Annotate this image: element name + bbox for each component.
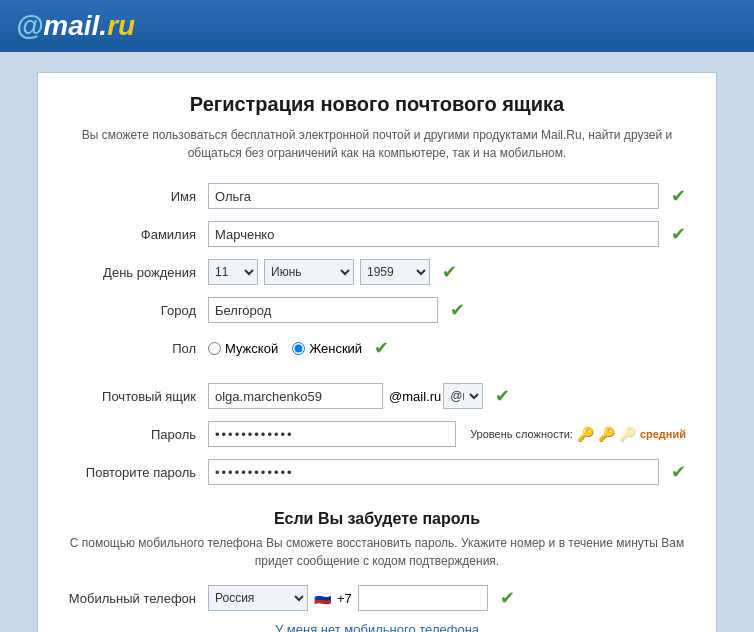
site-logo: @mail.ru	[16, 10, 135, 42]
birthday-month-select[interactable]: Январь Февраль Март Апрель Май Июнь Июль…	[264, 259, 354, 285]
strength-value: средний	[640, 428, 686, 440]
name-label: Имя	[68, 189, 208, 204]
gender-check-icon: ✔	[374, 337, 389, 359]
main-container: Регистрация нового почтового ящика Вы см…	[27, 52, 727, 632]
birthday-check-icon: ✔	[442, 261, 457, 283]
mailbox-row: Почтовый ящик @mail.ru @mail.ru ✔	[68, 382, 686, 410]
surname-field: ✔	[208, 221, 686, 247]
name-input[interactable]	[208, 183, 659, 209]
name-check-icon: ✔	[671, 185, 686, 207]
name-field: ✔	[208, 183, 686, 209]
gender-female-label[interactable]: Женский	[292, 341, 362, 356]
gender-field: Мужской Женский ✔	[208, 337, 686, 359]
phone-check-icon: ✔	[500, 587, 515, 609]
password-repeat-field: ✔	[208, 459, 686, 485]
birthday-label: День рождения	[68, 265, 208, 280]
no-phone-link[interactable]: У меня нет мобильного телефона	[275, 622, 479, 632]
name-row: Имя ✔	[68, 182, 686, 210]
password-repeat-input[interactable]	[208, 459, 659, 485]
email-domain-group: @mail.ru @mail.ru	[389, 383, 483, 409]
registration-form: Регистрация нового почтового ящика Вы см…	[37, 72, 717, 632]
at-domain-text: @mail.ru	[389, 389, 441, 404]
key-icon-1: 🔑	[577, 426, 594, 442]
mailbox-input[interactable]	[208, 383, 383, 409]
password-input[interactable]	[208, 421, 456, 447]
birthday-year-select[interactable]: 1959	[360, 259, 430, 285]
key-icon-2: 🔑	[598, 426, 615, 442]
password-strength: Уровень сложности: 🔑 🔑 🔑 средний	[470, 426, 686, 442]
logo-dot: .	[99, 10, 107, 41]
phone-row: Мобильный телефон Россия 🇷🇺 +7 ✔	[68, 584, 686, 612]
surname-row: Фамилия ✔	[68, 220, 686, 248]
mailbox-field: @mail.ru @mail.ru ✔	[208, 383, 686, 409]
phone-input[interactable]	[358, 585, 488, 611]
city-check-icon: ✔	[450, 299, 465, 321]
logo-mail: mail	[43, 10, 99, 41]
surname-label: Фамилия	[68, 227, 208, 242]
gender-female-text: Женский	[309, 341, 362, 356]
forgot-section-title: Если Вы забудете пароль	[68, 510, 686, 528]
phone-prefix: +7	[337, 591, 352, 606]
password-row: Пароль Уровень сложности: 🔑 🔑 🔑 средний	[68, 420, 686, 448]
phone-label: Мобильный телефон	[68, 591, 208, 606]
site-header: @mail.ru	[0, 0, 754, 52]
logo-ru: ru	[107, 10, 135, 41]
gender-row: Пол Мужской Женский ✔	[68, 334, 686, 362]
surname-check-icon: ✔	[671, 223, 686, 245]
city-label: Город	[68, 303, 208, 318]
phone-field: Россия 🇷🇺 +7 ✔	[208, 585, 686, 611]
strength-text: Уровень сложности:	[470, 428, 573, 440]
password-label: Пароль	[68, 427, 208, 442]
birthday-field: 11 Январь Февраль Март Апрель Май Июнь И…	[208, 259, 686, 285]
surname-input[interactable]	[208, 221, 659, 247]
password-repeat-row: Повторите пароль ✔	[68, 458, 686, 486]
gender-radio-group: Мужской Женский	[208, 341, 362, 356]
forgot-section-subtitle: С помощью мобильного телефона Вы сможете…	[68, 534, 686, 570]
birthday-row: День рождения 11 Январь Февраль Март Апр…	[68, 258, 686, 286]
logo-at: @	[16, 10, 43, 41]
page-title: Регистрация нового почтового ящика	[68, 93, 686, 116]
domain-select[interactable]: @mail.ru	[443, 383, 483, 409]
no-phone-row: У меня нет мобильного телефона	[68, 622, 686, 632]
city-row: Город ✔	[68, 296, 686, 324]
mailbox-check-icon: ✔	[495, 385, 510, 407]
gender-female-radio[interactable]	[292, 342, 305, 355]
city-field: ✔	[208, 297, 686, 323]
mailbox-label: Почтовый ящик	[68, 389, 208, 404]
password-repeat-check-icon: ✔	[671, 461, 686, 483]
phone-country-select[interactable]: Россия	[208, 585, 308, 611]
gender-male-label[interactable]: Мужской	[208, 341, 278, 356]
city-input[interactable]	[208, 297, 438, 323]
gender-label: Пол	[68, 341, 208, 356]
key-icon-3: 🔑	[619, 426, 636, 442]
password-field: Уровень сложности: 🔑 🔑 🔑 средний	[208, 421, 686, 447]
birthday-day-select[interactable]: 11	[208, 259, 258, 285]
gender-male-text: Мужской	[225, 341, 278, 356]
gender-male-radio[interactable]	[208, 342, 221, 355]
password-repeat-label: Повторите пароль	[68, 465, 208, 480]
page-subtitle: Вы сможете пользоваться бесплатной элект…	[68, 126, 686, 162]
russia-flag-icon: 🇷🇺	[314, 590, 331, 606]
